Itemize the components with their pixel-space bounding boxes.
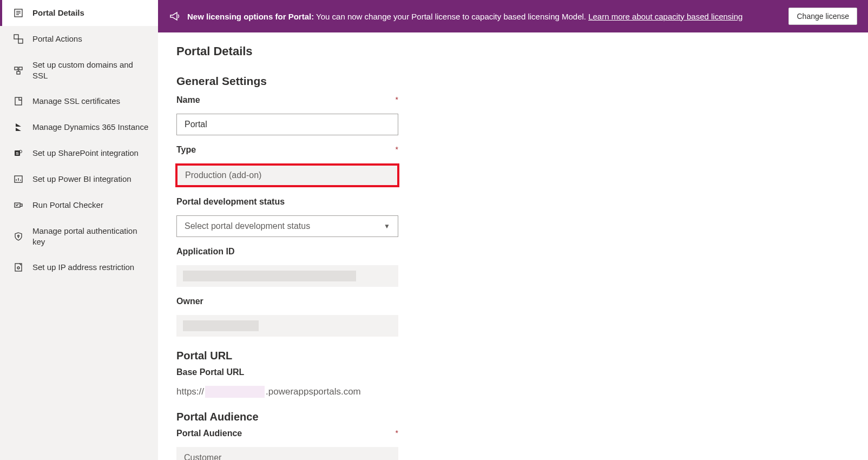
sidebar-item-portal-actions[interactable]: Portal Actions (0, 26, 158, 52)
app-id-label: Application ID (176, 247, 235, 257)
sidebar-item-label: Set up custom domains and SSL (32, 60, 149, 81)
sidebar-item-label: Run Portal Checker (32, 200, 103, 211)
dynamics-icon (13, 122, 24, 133)
content: Portal Details General Settings Name * T… (158, 32, 868, 460)
type-value-box: Production (add-on) (175, 163, 399, 187)
portal-audience-heading: Portal Audience (176, 411, 850, 423)
sidebar-item-ssl-certificates[interactable]: Manage SSL certificates (0, 88, 158, 114)
powerbi-icon (13, 174, 24, 185)
sidebar-item-custom-domains[interactable]: Set up custom domains and SSL (0, 52, 158, 88)
svg-point-19 (18, 235, 19, 236)
sidebar-item-sharepoint[interactable]: S Set up SharePoint integration (0, 140, 158, 166)
sidebar-item-ip-restriction[interactable]: Set up IP address restriction (0, 254, 158, 280)
sidebar-item-label: Set up SharePoint integration (32, 148, 139, 159)
dev-status-placeholder: Select portal development status (185, 221, 310, 231)
main-area: New licensing options for Portal: You ca… (158, 0, 868, 460)
required-marker: * (396, 95, 398, 109)
audience-value: Customer (184, 453, 221, 460)
auth-icon (13, 231, 24, 242)
field-owner: Owner (176, 297, 850, 337)
svg-rect-4 (14, 35, 18, 39)
required-marker: * (396, 429, 398, 443)
domain-icon (13, 65, 24, 76)
field-type: Type * Production (add-on) (176, 145, 850, 187)
sidebar-item-label: Manage SSL certificates (32, 96, 120, 107)
svg-rect-6 (15, 67, 18, 70)
app-id-value (176, 265, 398, 287)
name-input[interactable] (176, 114, 398, 135)
svg-rect-10 (15, 97, 22, 105)
svg-rect-7 (19, 67, 22, 70)
sidebar-item-label: Set up IP address restriction (32, 262, 134, 273)
sidebar-item-label: Set up Power BI integration (32, 174, 131, 185)
url-redacted (205, 386, 265, 398)
banner-plain: You can now change your Portal license t… (314, 12, 588, 21)
type-label: Type (176, 145, 196, 155)
sidebar: Portal Details Portal Actions Set up cus… (0, 0, 158, 460)
required-marker: * (396, 145, 398, 159)
url-suffix: .powerappsportals.com (266, 386, 361, 397)
owner-value (176, 315, 398, 337)
field-dev-status: Portal development status Select portal … (176, 197, 850, 237)
ip-icon (13, 262, 24, 273)
audience-value-box: Customer (176, 447, 398, 460)
sidebar-item-powerbi[interactable]: Set up Power BI integration (0, 166, 158, 192)
field-base-url: Base Portal URL https:// .powerappsporta… (176, 367, 850, 398)
base-url-label: Base Portal URL (176, 367, 244, 377)
sidebar-item-auth-key[interactable]: Manage portal authentication key (0, 218, 158, 254)
actions-icon (13, 34, 24, 44)
dev-status-select[interactable]: Select portal development status ▼ (176, 215, 398, 237)
banner-text: New licensing options for Portal: You ca… (187, 12, 782, 21)
detail-icon (13, 8, 24, 18)
sidebar-item-portal-details[interactable]: Portal Details (0, 0, 158, 26)
checker-icon (13, 200, 24, 211)
page-title: Portal Details (176, 44, 850, 58)
svg-rect-8 (17, 71, 20, 74)
field-audience: Portal Audience * Customer (176, 429, 850, 460)
owner-label: Owner (176, 297, 203, 306)
svg-text:S: S (16, 151, 19, 156)
banner-bold: New licensing options for Portal: (187, 12, 314, 21)
base-url-value: https:// .powerappsportals.com (176, 386, 850, 398)
svg-rect-5 (18, 39, 23, 43)
chevron-down-icon: ▼ (384, 222, 390, 230)
certificate-icon (13, 96, 24, 107)
licensing-banner: New licensing options for Portal: You ca… (158, 0, 868, 32)
sidebar-item-label: Portal Actions (32, 34, 82, 44)
sharepoint-icon: S (13, 148, 24, 159)
sidebar-item-dynamics-instance[interactable]: Manage Dynamics 365 Instance (0, 114, 158, 140)
name-label: Name (176, 95, 200, 105)
sidebar-item-label: Portal Details (32, 8, 84, 18)
sidebar-item-label: Manage portal authentication key (32, 226, 149, 247)
megaphone-icon (169, 10, 181, 22)
field-name: Name * (176, 95, 850, 135)
change-license-button[interactable]: Change license (788, 8, 857, 25)
sidebar-item-portal-checker[interactable]: Run Portal Checker (0, 192, 158, 218)
general-settings-heading: General Settings (176, 75, 850, 88)
sidebar-item-label: Manage Dynamics 365 Instance (32, 122, 148, 133)
field-application-id: Application ID (176, 247, 850, 287)
portal-url-heading: Portal URL (176, 350, 850, 362)
dev-status-label: Portal development status (176, 197, 285, 207)
svg-point-23 (17, 267, 19, 269)
banner-link[interactable]: Learn more about capacity based licensin… (588, 12, 742, 21)
url-prefix: https:// (176, 386, 204, 397)
audience-label: Portal Audience (176, 429, 242, 438)
type-value: Production (add-on) (185, 170, 261, 180)
